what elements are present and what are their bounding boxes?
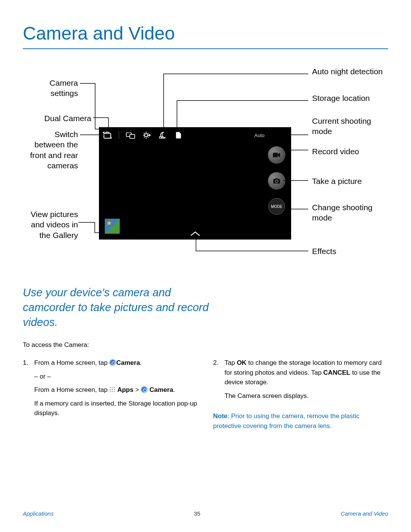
footer-topic: Camera and Video <box>341 510 388 517</box>
step-number-1: 1. <box>23 358 30 422</box>
page-title: Camera and Video <box>23 23 388 44</box>
svg-rect-0 <box>104 133 111 138</box>
svg-line-11 <box>148 133 148 134</box>
title-divider <box>23 48 388 49</box>
svg-point-3 <box>145 134 148 137</box>
step1-line3: If a memory card is inserted, the Storag… <box>34 399 198 418</box>
note-text: Note: Prior to using the camera, remove … <box>213 411 388 431</box>
step2-line2: The Camera screen displays. <box>225 391 388 401</box>
take-picture-button[interactable] <box>268 172 285 190</box>
camera-diagram: Camera settings Dual Camera Switch betwe… <box>23 68 388 281</box>
page-footer: Applications 35 Camera and Video <box>23 510 388 517</box>
step1-line1: From a Home screen, tap Camera. <box>34 358 198 368</box>
effects-chevron-icon[interactable] <box>190 231 201 236</box>
callout-camera-settings: Camera settings <box>34 78 78 99</box>
dual-camera-icon <box>126 131 135 139</box>
callout-gallery: View pictures and videos in the Gallery <box>23 209 78 240</box>
night-detection-icon <box>158 131 167 139</box>
camera-app-icon <box>109 359 116 366</box>
callout-record-video: Record video <box>312 146 359 157</box>
mode-button[interactable]: MODE <box>268 198 285 215</box>
gallery-thumbnail[interactable] <box>105 219 120 234</box>
callout-change-mode: Change shooting mode <box>312 202 388 223</box>
svg-line-10 <box>144 137 145 137</box>
step2-line1: Tap OK to change the storage location to… <box>225 358 388 387</box>
intro-text: Use your device's camera and camcorder t… <box>23 285 221 330</box>
shooting-mode-label: Auto <box>254 133 264 138</box>
callout-storage: Storage location <box>312 93 370 103</box>
svg-line-9 <box>148 137 148 137</box>
storage-icon <box>174 131 183 139</box>
svg-line-8 <box>144 133 145 134</box>
camera-app-icon-2 <box>141 386 148 393</box>
callout-current-mode: Current shooting mode <box>312 116 388 137</box>
switch-camera-icon <box>103 131 112 139</box>
callout-take-picture: Take a picture <box>312 176 362 186</box>
svg-rect-2 <box>130 134 135 138</box>
record-video-button[interactable] <box>268 146 285 164</box>
settings-gear-icon <box>142 131 151 139</box>
callout-switch-camera: Switch between the front and rear camera… <box>23 129 78 171</box>
footer-page-number: 35 <box>194 510 201 517</box>
access-heading: To access the Camera: <box>23 341 388 349</box>
callout-effects: Effects <box>312 246 336 256</box>
camera-screenshot: Auto MODE <box>99 127 291 240</box>
step-number-2: 2. <box>213 358 221 404</box>
step1-or: – or – <box>34 372 198 382</box>
footer-section: Applications <box>23 510 54 517</box>
callout-auto-night: Auto night detection <box>312 66 383 77</box>
step1-line2: From a Home screen, tap Apps > Camera. <box>34 385 198 395</box>
callout-dual-camera: Dual Camera <box>23 113 91 123</box>
apps-grid-icon <box>109 387 115 393</box>
svg-rect-13 <box>273 153 278 157</box>
